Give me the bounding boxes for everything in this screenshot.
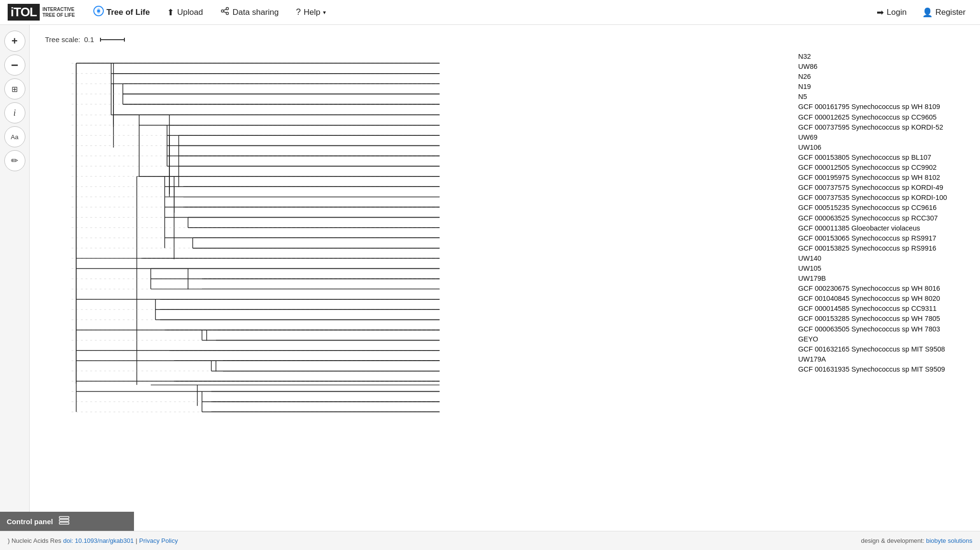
tree-label: UW179A — [798, 354, 972, 364]
privacy-policy-link[interactable]: Privacy Policy — [139, 537, 178, 544]
main-area: + − ⊞ i Aa ✏ Tree scale: 0.1 — [0, 25, 980, 531]
tree-label: GCF 000230675 Synechococcus sp WH 8016 — [798, 284, 972, 294]
chevron-down-icon: ▾ — [323, 9, 326, 16]
zoom-in-icon: + — [11, 35, 18, 47]
nav-upload-label: Upload — [177, 8, 203, 17]
tree-label: GCF 001631935 Synechococcus sp MIT S9509 — [798, 364, 972, 374]
info-button[interactable]: i — [4, 102, 25, 123]
footer: ) Nucleic Acids Res doi: 10.1093/nar/gka… — [0, 531, 980, 550]
tree-label: GCF 000737595 Synechococcus sp KORDI-52 — [798, 122, 972, 132]
tree-canvas[interactable]: Tree scale: 0.1 — [30, 25, 798, 531]
zoom-in-button[interactable]: + — [4, 31, 25, 52]
svg-point-3 — [226, 8, 229, 10]
tree-label: GCF 000014585 Synechococcus sp CC9311 — [798, 304, 972, 314]
zoom-out-icon: − — [11, 59, 18, 71]
footer-right: design & development: biobyte solutions — [861, 537, 972, 544]
nav-data-sharing[interactable]: Data sharing — [213, 3, 285, 21]
nav-help[interactable]: ? Help ▾ — [289, 4, 333, 20]
data-sharing-icon — [220, 6, 230, 18]
nav-tree-of-life-label: Tree of Life — [107, 8, 150, 17]
nav-help-label: Help — [304, 8, 321, 17]
logo-area: iTOL Interactive Tree of Life — [8, 4, 75, 21]
fit-button[interactable]: ⊞ — [4, 78, 25, 99]
svg-rect-165 — [59, 522, 69, 524]
edit-icon: ✏ — [11, 155, 18, 166]
nav-login[interactable]: ➡ Login — [870, 4, 913, 21]
nav-right: ➡ Login 👤 Register — [870, 4, 972, 21]
tree-label: GCF 000153805 Synechococcus sp BL107 — [798, 153, 972, 163]
footer-text: ) Nucleic Acids Res — [8, 537, 61, 544]
doi-link[interactable]: doi: 10.1093/nar/gkab301 — [63, 537, 134, 544]
register-icon: 👤 — [922, 7, 933, 18]
tree-label: GCF 000063525 Synechococcus sp RCC307 — [798, 213, 972, 223]
nav-login-label: Login — [887, 8, 907, 17]
tree-label: GCF 000737535 Synechococcus sp KORDI-100 — [798, 193, 972, 203]
footer-design-text: design & development: — [861, 537, 924, 544]
fit-icon: ⊞ — [11, 85, 18, 94]
tree-label: GCF 000012625 Synechococcus sp CC9605 — [798, 112, 972, 122]
control-panel: Control panel — [0, 512, 134, 531]
tree-label: UW179B — [798, 274, 972, 284]
tree-label: UW106 — [798, 143, 972, 153]
edit-button[interactable]: ✏ — [4, 150, 25, 171]
tree-label: GCF 000153825 Synechococcus sp RS9916 — [798, 243, 972, 253]
tree-label: GCF 000012505 Synechococcus sp CC9902 — [798, 163, 972, 173]
info-icon: i — [13, 108, 16, 118]
tree-label: UW86 — [798, 62, 972, 72]
header: iTOL Interactive Tree of Life Tree of Li… — [0, 0, 980, 25]
tree-label: N5 — [798, 92, 972, 102]
label-list: N32UW86N26N19N5GCF 000161795 Synechococc… — [798, 25, 980, 531]
tree-label: UW105 — [798, 264, 972, 274]
font-icon: Aa — [11, 133, 19, 141]
tree-label: GCF 000161795 Synechococcus sp WH 8109 — [798, 102, 972, 112]
control-panel-icon[interactable] — [59, 516, 69, 527]
login-icon: ➡ — [877, 7, 884, 18]
tree-label: GCF 000195975 Synechococcus sp WH 8102 — [798, 173, 972, 183]
tree-label: UW140 — [798, 253, 972, 264]
zoom-out-button[interactable]: − — [4, 55, 25, 76]
nav-register-label: Register — [935, 8, 966, 17]
biobyte-link[interactable]: biobyte solutions — [926, 537, 972, 544]
font-button[interactable]: Aa — [4, 126, 25, 147]
tree-label: GCF 000515235 Synechococcus sp CC9616 — [798, 203, 972, 213]
tree-label: GCF 001040845 Synechococcus sp WH 8020 — [798, 294, 972, 304]
svg-rect-164 — [59, 519, 69, 521]
tree-of-life-icon — [93, 6, 104, 19]
svg-line-6 — [223, 11, 226, 13]
logo-subtitle: Interactive Tree of Life — [43, 7, 75, 18]
tree-svg — [30, 25, 798, 531]
tree-label: GEYO — [798, 334, 972, 344]
tree-label: GCF 000063505 Synechococcus sp WH 7803 — [798, 324, 972, 334]
tree-label: N32 — [798, 52, 972, 62]
help-icon: ? — [296, 7, 301, 17]
svg-point-1 — [97, 10, 100, 12]
tree-label: UW69 — [798, 132, 972, 143]
nav-register[interactable]: 👤 Register — [915, 4, 972, 21]
tree-label: GCF 000737575 Synechococcus sp KORDI-49 — [798, 183, 972, 193]
nav-data-sharing-label: Data sharing — [233, 8, 278, 17]
tree-label: GCF 000011385 Gloeobacter violaceus — [798, 223, 972, 233]
svg-point-2 — [222, 10, 224, 12]
control-panel-label: Control panel — [7, 517, 53, 526]
logo-text: iTOL — [8, 4, 40, 21]
footer-separator: | — [135, 537, 137, 544]
tree-label: N19 — [798, 82, 972, 92]
toolbar: + − ⊞ i Aa ✏ — [0, 25, 30, 531]
tree-label: GCF 000153065 Synechococcus sp RS9917 — [798, 233, 972, 243]
svg-point-4 — [226, 12, 229, 15]
tree-label: GCF 001632165 Synechococcus sp MIT S9508 — [798, 344, 972, 354]
nav-tree-of-life[interactable]: Tree of Life — [87, 3, 157, 22]
nav-upload[interactable]: ⬆ Upload — [160, 4, 210, 21]
svg-line-5 — [223, 9, 226, 11]
upload-icon: ⬆ — [167, 7, 174, 18]
svg-rect-163 — [59, 517, 69, 518]
tree-label: GCF 000153285 Synechococcus sp WH 7805 — [798, 314, 972, 324]
tree-label: N26 — [798, 72, 972, 82]
